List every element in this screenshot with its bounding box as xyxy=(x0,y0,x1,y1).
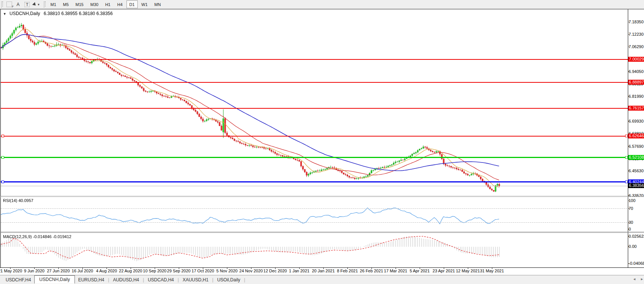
text-label-icon[interactable]: A xyxy=(14,1,22,8)
rsi-panel-canvas[interactable] xyxy=(1,196,628,232)
time-axis-label: 9 Jun 2020 xyxy=(24,269,44,273)
time-axis-label: 26 Feb 2021 xyxy=(360,269,383,273)
current-price-line xyxy=(1,186,628,186)
rsi-axis-label: 70 xyxy=(629,206,633,211)
price-tag-6.88897: 6.88897 xyxy=(628,80,644,85)
macd-axis-label: 0.00 xyxy=(629,244,636,249)
tab-separator: | xyxy=(244,277,245,282)
chart-tab-eurusd[interactable]: EURUSD,H4 xyxy=(75,276,108,283)
time-axis-label: 24 Nov 2020 xyxy=(239,269,263,273)
line-handle-left[interactable] xyxy=(2,135,4,137)
time-axis-label: 21 May 2020 xyxy=(0,269,22,273)
tab-separator: | xyxy=(143,277,144,282)
chart-tab-usoil[interactable]: USOil,Daily xyxy=(214,276,244,283)
time-axis-label: 20 Jan 2021 xyxy=(312,269,335,273)
price-line-6.76157[interactable] xyxy=(1,108,628,109)
time-axis-label: 4 Aug 2020 xyxy=(96,269,117,273)
time-axis-label: 8 Feb 2021 xyxy=(337,269,358,273)
time-axis-label: 31 May 2021 xyxy=(480,269,504,273)
price-tag-6.76157: 6.76157 xyxy=(628,106,644,111)
chart-tab-usdchf[interactable]: USDCHF,H4 xyxy=(2,276,34,283)
main-chart-canvas[interactable] xyxy=(1,9,628,196)
tab-separator: | xyxy=(108,277,109,282)
timeframe-button-m1[interactable]: M1 xyxy=(47,0,59,8)
price-tick-label: 7.12230 xyxy=(629,32,644,36)
price-tick-label: 6.45630 xyxy=(629,169,644,173)
time-axis-label: 5 Apr 2021 xyxy=(410,269,429,273)
chart-tab-usdcad[interactable]: USDCAD,H4 xyxy=(145,276,177,283)
rsi-axis-label: 0 xyxy=(629,227,631,231)
tab-separator: | xyxy=(212,277,213,282)
time-axis-label: 23 Apr 2021 xyxy=(432,269,455,273)
tab-scroll-left-icon[interactable]: ◄ xyxy=(633,277,636,281)
top-toolbar: F A T ▾ M1M5M15M30H1H4D1W1MN xyxy=(0,0,644,9)
arrow-objects-icon[interactable]: ▾ xyxy=(32,1,40,8)
price-tag-6.62646: 6.62646 xyxy=(628,134,644,138)
line-handle-left[interactable] xyxy=(2,181,4,183)
time-axis-label: 1 Jan 2021 xyxy=(289,269,309,273)
time-axis-label: 16 Jul 2020 xyxy=(72,269,93,273)
rsi-axis-label: 30 xyxy=(629,220,633,225)
macd-panel-canvas[interactable] xyxy=(1,233,628,267)
chart-tab-audusd[interactable]: AUDUSD,H4 xyxy=(110,276,142,283)
time-axis-label: 12 Dec 2020 xyxy=(263,269,287,273)
price-tick-label: 6.57690 xyxy=(629,144,644,149)
timeframe-button-w1[interactable]: W1 xyxy=(139,0,151,8)
price-line-6.40244[interactable] xyxy=(1,181,628,182)
timeframe-button-h1[interactable]: H1 xyxy=(102,0,113,8)
time-axis-label: 17 Mar 2021 xyxy=(384,269,407,273)
timeframe-button-m15[interactable]: M15 xyxy=(73,0,87,8)
textbox-icon[interactable]: T xyxy=(23,1,31,8)
price-line-6.62646[interactable] xyxy=(1,136,628,137)
rsi-level-30-line xyxy=(1,222,627,223)
macd-axis-label: -0.040687 xyxy=(629,261,644,266)
tab-separator: | xyxy=(178,277,179,282)
price-tick-label: 6.94050 xyxy=(629,69,644,74)
price-tag-7.00029: 7.00029 xyxy=(628,57,644,62)
price-tag-6.38356: 6.38356 xyxy=(628,183,644,188)
dropdown-caret-icon[interactable]: ▾ xyxy=(38,3,40,6)
tab-scroll-right-icon[interactable]: ► xyxy=(640,277,644,281)
time-axis-label: 17 Oct 2020 xyxy=(192,269,214,273)
timeframe-button-h4[interactable]: H4 xyxy=(114,0,125,8)
timeframe-button-m30[interactable]: M30 xyxy=(87,0,101,8)
dotted-grid-f-icon[interactable]: F xyxy=(5,1,13,8)
rsi-level-70-line xyxy=(1,208,627,209)
symbol-period-label: USDCNH,Daily xyxy=(9,11,40,16)
time-axis-label: 22 Aug 2020 xyxy=(119,269,142,273)
chart-tab-bar: USDCHF,H4USDCNH,DailyEURUSD,H4|AUDUSD,H4… xyxy=(0,275,644,284)
macd-label: MACD(12,26,9) -0.014846 -0.019412 xyxy=(3,234,72,239)
time-axis-label: 12 May 2021 xyxy=(456,269,480,273)
time-axis-label: 10 Sep 2020 xyxy=(143,269,166,273)
timeframe-button-d1[interactable]: D1 xyxy=(126,0,138,8)
chart-tab-usdcnh[interactable]: USDCNH,Daily xyxy=(34,275,75,284)
price-tick-label: 6.81990 xyxy=(629,94,644,99)
line-handle-right[interactable] xyxy=(625,135,628,137)
panel-divider[interactable] xyxy=(0,232,644,232)
line-handle-left[interactable] xyxy=(2,156,4,159)
price-line-6.52108[interactable] xyxy=(1,157,628,158)
price-line-7.00029[interactable] xyxy=(1,59,628,60)
toolbar-separator xyxy=(44,2,46,8)
time-axis-line xyxy=(0,267,644,268)
rsi-axis-label: 100 xyxy=(629,198,635,203)
price-line-6.88897[interactable] xyxy=(1,82,628,83)
line-handle-right[interactable] xyxy=(625,181,628,183)
rsi-label: RSI(14) 40.0957 xyxy=(3,198,33,203)
price-tick-label: 6.33570 xyxy=(629,193,644,198)
chart-tab-xauusd[interactable]: XAUUSD,H1 xyxy=(179,276,212,283)
price-tick-label: 7.06290 xyxy=(629,44,644,49)
timeframe-button-m5[interactable]: M5 xyxy=(60,0,72,8)
timeframe-button-mn[interactable]: MN xyxy=(151,0,164,8)
time-axis-label: 5 Nov 2020 xyxy=(216,269,238,273)
toolbar-grip[interactable] xyxy=(1,2,3,8)
ohlc-values: 6.38810 6.38955 6.38180 6.38356 xyxy=(44,11,113,16)
chart-title: ▼ USDCNH,Daily 6.38810 6.38955 6.38180 6… xyxy=(3,11,113,16)
price-tick-label: 7.18350 xyxy=(629,20,644,24)
time-axis-label: 29 Sep 2020 xyxy=(167,269,190,273)
line-handle-right[interactable] xyxy=(625,156,628,159)
collapse-triangle-icon[interactable]: ▼ xyxy=(3,12,6,16)
price-tick-label: 6.69930 xyxy=(629,119,644,123)
price-tag-6.52108: 6.52108 xyxy=(628,155,644,160)
macd-axis-label: 0.025623 xyxy=(629,234,644,238)
